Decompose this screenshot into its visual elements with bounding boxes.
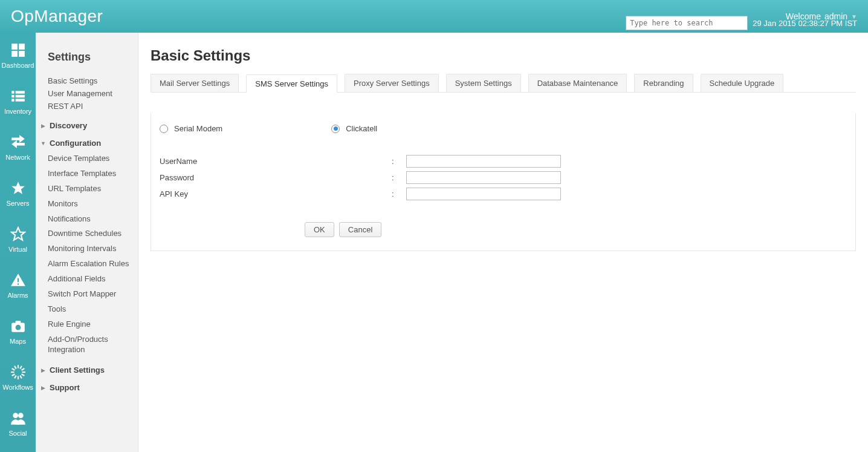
- nav-item-virtual[interactable]: Virtual: [0, 217, 36, 263]
- tab-rebranding[interactable]: Rebranding: [634, 74, 693, 92]
- side-link[interactable]: URL Templates: [48, 182, 132, 197]
- svg-rect-10: [17, 278, 18, 283]
- side-link[interactable]: Basic Settings: [48, 74, 132, 87]
- chevron-right-icon: ▶: [40, 367, 46, 373]
- cancel-button[interactable]: Cancel: [339, 222, 381, 237]
- nav-item-maps[interactable]: Maps: [0, 309, 36, 355]
- form-label: Password: [160, 173, 392, 182]
- side-link[interactable]: Device Templates: [48, 151, 132, 166]
- list-icon: [10, 88, 26, 105]
- svg-rect-15: [17, 365, 18, 368]
- nav-item-alarms[interactable]: Alarms: [0, 263, 36, 309]
- side-link[interactable]: Alarm Escalation Rules: [48, 257, 132, 272]
- ok-button[interactable]: OK: [305, 222, 334, 237]
- side-link[interactable]: REST API: [48, 100, 132, 113]
- svg-rect-13: [15, 321, 21, 323]
- form-row: UserName:: [160, 155, 847, 168]
- tab-system-settings[interactable]: System Settings: [446, 74, 521, 92]
- tab-schedule-upgrade[interactable]: Schedule Upgrade: [701, 74, 784, 92]
- nav-item-servers[interactable]: Servers: [0, 171, 36, 217]
- nav-label: Maps: [10, 338, 26, 345]
- side-groups: ▶Discovery▼ConfigurationDevice Templates…: [48, 121, 132, 392]
- tab-database-maintenance[interactable]: Database Maintenance: [528, 74, 627, 92]
- spinner-icon: [10, 364, 26, 381]
- svg-rect-9: [15, 99, 24, 101]
- radio-serial-modem[interactable]: Serial Modem: [160, 124, 222, 133]
- side-group-client-settings[interactable]: ▶Client Settings: [40, 365, 132, 375]
- star-outline-icon: [10, 226, 26, 243]
- svg-point-27: [13, 413, 18, 418]
- api-key-input[interactable]: [406, 188, 561, 200]
- nav-item-social[interactable]: Social: [0, 401, 36, 447]
- svg-point-14: [15, 325, 21, 330]
- form-colon: :: [392, 173, 406, 182]
- side-link[interactable]: Add-On/Products Integration: [48, 332, 132, 358]
- svg-point-28: [18, 413, 24, 418]
- side-link[interactable]: Switch Port Mapper: [48, 287, 132, 302]
- nav-label: Alarms: [7, 292, 28, 299]
- camera-icon: [10, 318, 26, 335]
- main: DashboardInventoryNetworkServersVirtualA…: [0, 33, 868, 452]
- radio-icon: [160, 125, 168, 133]
- search-input[interactable]: [626, 16, 748, 30]
- side-panel-title: Settings: [48, 51, 132, 64]
- tab-sms-server-settings[interactable]: SMS Server Settings: [246, 74, 337, 93]
- side-link[interactable]: Rule Engine: [48, 317, 132, 332]
- radio-icon: [331, 125, 340, 133]
- nav-item-dashboard[interactable]: Dashboard: [0, 33, 36, 79]
- side-group-title: Client Settings: [50, 365, 105, 375]
- svg-rect-0: [11, 44, 18, 50]
- svg-rect-7: [15, 95, 24, 97]
- form-colon: :: [392, 189, 406, 198]
- tab-mail-server-settings[interactable]: Mail Server Settings: [151, 74, 239, 92]
- form-label: API Key: [160, 189, 392, 198]
- side-link[interactable]: Monitors: [48, 197, 132, 212]
- svg-rect-20: [19, 375, 22, 379]
- nav-label: Dashboard: [2, 62, 34, 69]
- side-group-support[interactable]: ▶Support: [40, 383, 132, 392]
- settings-panel: Serial ModemClickatell UserName:Password…: [151, 113, 856, 251]
- radio-label: Serial Modem: [174, 124, 222, 133]
- side-link[interactable]: User Management: [48, 87, 132, 100]
- side-group-title: Support: [50, 383, 80, 392]
- nav-label: Inventory: [4, 108, 31, 115]
- tabs-bar: Mail Server SettingsSMS Server SettingsP…: [151, 74, 856, 93]
- svg-rect-23: [11, 373, 15, 376]
- content: Basic Settings Mail Server SettingsSMS S…: [138, 33, 868, 452]
- svg-rect-6: [11, 95, 14, 97]
- nav-item-inventory[interactable]: Inventory: [0, 79, 36, 125]
- chevron-right-icon: ▶: [40, 123, 46, 129]
- side-link[interactable]: Downtime Schedules: [48, 226, 132, 241]
- side-group-children: Device TemplatesInterface TemplatesURL T…: [48, 151, 132, 357]
- side-link[interactable]: Monitoring Intervals: [48, 241, 132, 257]
- nav-item-workflows[interactable]: Workflows: [0, 355, 36, 401]
- side-link[interactable]: Notifications: [48, 212, 132, 227]
- tab-proxy-server-settings[interactable]: Proxy Server Settings: [345, 74, 439, 92]
- side-group-configuration[interactable]: ▼Configuration: [40, 139, 132, 148]
- nav-item-network[interactable]: Network: [0, 125, 36, 171]
- svg-rect-17: [21, 368, 25, 371]
- arrows-icon: [10, 134, 26, 151]
- timestamp: 29 Jan 2015 02:38:27 PM IST: [753, 19, 857, 28]
- side-link[interactable]: Additional Fields: [48, 272, 132, 287]
- nav-label: Social: [9, 430, 27, 437]
- radio-clickatell[interactable]: Clickatell: [331, 124, 377, 133]
- username-input[interactable]: [406, 155, 561, 168]
- side-link[interactable]: Interface Templates: [48, 166, 132, 182]
- svg-rect-5: [15, 91, 24, 93]
- nav-label: Workflows: [2, 384, 33, 391]
- search-time-row: 29 Jan 2015 02:38:27 PM IST: [626, 16, 857, 30]
- nav-label: Virtual: [8, 246, 27, 253]
- side-link[interactable]: Tools: [48, 302, 132, 317]
- svg-rect-26: [14, 365, 17, 369]
- button-row: OK Cancel: [160, 222, 847, 237]
- chevron-right-icon: ▶: [40, 385, 46, 391]
- svg-rect-21: [17, 376, 18, 379]
- svg-rect-19: [21, 373, 25, 376]
- side-top-links: Basic SettingsUser ManagementREST API: [48, 74, 132, 113]
- nav-label: Network: [5, 154, 30, 161]
- svg-rect-3: [19, 51, 25, 57]
- svg-rect-4: [11, 91, 14, 93]
- side-group-discovery[interactable]: ▶Discovery: [40, 121, 132, 130]
- password-input[interactable]: [406, 171, 561, 184]
